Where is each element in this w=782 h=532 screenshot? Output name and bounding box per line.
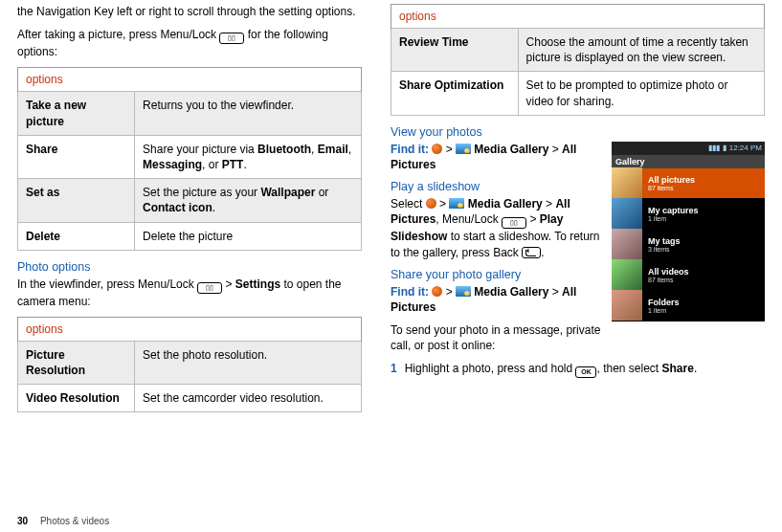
bold-term: Contact icon: [143, 201, 212, 214]
text-fragment: .: [212, 201, 215, 214]
bold-term: Media Gallery: [474, 285, 548, 299]
text-fragment: In the viewfinder, press Menu/Lock: [17, 277, 197, 291]
text-fragment: Set the picture as your: [143, 186, 260, 199]
menu-lock-key-icon: ▯▯: [219, 33, 244, 44]
option-desc: Delete the picture: [135, 222, 362, 250]
option-name: Review Time: [391, 29, 519, 72]
home-dot-icon: [432, 144, 442, 154]
gallery-row-all-videos[interactable]: All videos87 items: [612, 260, 765, 291]
text-fragment: >: [442, 285, 456, 299]
bold-term: Wallpaper: [260, 186, 315, 199]
option-desc: Set the picture as your Wallpaper or Con…: [135, 179, 362, 222]
find-it-label: Find it:: [391, 143, 432, 156]
option-desc: Choose the amount of time a recently tak…: [518, 29, 764, 72]
text-fragment: >: [436, 197, 450, 211]
thumbnail-icon: [612, 259, 642, 290]
option-desc: Set the photo resolution.: [135, 341, 362, 384]
menu-lock-key-icon: ▯▯: [197, 282, 222, 294]
status-time: 12:24 PM: [729, 144, 762, 152]
gallery-row-my-tags[interactable]: My tags3 items: [612, 230, 765, 260]
bold-term: Share: [662, 362, 694, 375]
gallery-row-my-captures[interactable]: My captures1 item: [612, 199, 765, 230]
intro-scroll-text: the Navigation Key left or right to scro…: [17, 4, 362, 19]
media-gallery-icon: [456, 286, 471, 297]
bold-term: Email: [318, 143, 348, 156]
phone-status-bar: ▮▮▮ ▮ 12:24 PM: [612, 142, 765, 155]
text-fragment: , Menu/Lock: [436, 212, 502, 226]
option-desc: Returns you to the viewfinder.: [135, 92, 362, 135]
camera-settings-table-cont: options Review Time Choose the amount of…: [391, 4, 765, 116]
gallery-row-folders[interactable]: Folders1 item: [612, 291, 765, 321]
text-fragment: , or: [202, 158, 222, 171]
row-subtitle: 87 items: [648, 277, 689, 283]
view-photos-heading: View your photos: [391, 125, 765, 139]
ok-key-icon: OK: [575, 366, 596, 378]
gallery-row-all-pictures[interactable]: All pictures87 items: [612, 168, 765, 199]
text-fragment: After taking a picture, press Menu/Lock: [17, 28, 219, 41]
row-title: All pictures: [648, 175, 695, 185]
table-caption: options: [391, 5, 765, 29]
thumbnail-icon: [612, 229, 642, 259]
after-picture-options-table: options Take a new picture Returns you t…: [17, 67, 362, 250]
option-name: Share: [18, 135, 135, 178]
bold-term: Media Gallery: [474, 143, 548, 156]
camera-settings-table: options Picture Resolution Set the photo…: [17, 317, 362, 413]
row-subtitle: 3 items: [648, 246, 681, 253]
thumbnail-icon: [612, 167, 642, 198]
bold-term: Messaging: [143, 158, 202, 171]
row-title: My captures: [648, 206, 699, 215]
bold-term: PTT: [222, 158, 244, 171]
bold-term: Media Gallery: [468, 197, 543, 211]
section-name: Photos & videos: [40, 516, 109, 526]
photo-options-intro: In the viewfinder, press Menu/Lock ▯▯ > …: [17, 277, 362, 309]
row-subtitle: 1 item: [648, 215, 699, 222]
thumbnail-icon: [612, 290, 642, 321]
option-name: Share Optimization: [391, 72, 519, 115]
phone-title-bar: Gallery: [612, 155, 765, 168]
text-fragment: >: [442, 143, 456, 156]
option-name: Video Resolution: [18, 385, 135, 412]
row-subtitle: 87 items: [648, 185, 695, 191]
bold-term: Settings: [235, 277, 280, 291]
battery-icon: ▮: [723, 144, 726, 152]
step-text: Highlight a photo, press and hold OK, th…: [405, 361, 765, 378]
step-number: 1: [391, 361, 397, 378]
text-fragment: .: [541, 246, 544, 259]
bold-term: Bluetooth: [257, 143, 311, 156]
media-gallery-icon: [456, 144, 471, 154]
gallery-screenshot: ▮▮▮ ▮ 12:24 PM Gallery All pictures87 it…: [612, 142, 765, 321]
option-desc: Set to be prompted to optimize photo or …: [518, 72, 764, 115]
step-1: 1 Highlight a photo, press and hold OK, …: [391, 361, 765, 378]
option-name: Delete: [18, 222, 135, 250]
page-number: 30: [17, 516, 28, 526]
text-fragment: .: [243, 158, 246, 171]
page-footer: 30 Photos & videos: [17, 516, 109, 526]
option-name: Set as: [18, 179, 135, 222]
row-title: All videos: [648, 267, 689, 277]
media-gallery-icon: [449, 198, 464, 209]
table-caption: options: [18, 68, 362, 92]
after-picture-text: After taking a picture, press Menu/Lock …: [17, 27, 362, 59]
photo-options-heading: Photo options: [17, 260, 362, 274]
row-title: Folders: [648, 298, 680, 307]
back-key-icon: [522, 247, 541, 258]
text-fragment: .: [694, 362, 697, 375]
text-fragment: , then select: [596, 362, 661, 375]
text-fragment: Share your picture via: [143, 143, 257, 156]
row-title: My tags: [648, 236, 681, 246]
home-dot-icon: [426, 198, 436, 209]
text-fragment: >: [543, 197, 556, 211]
option-desc: Set the camcorder video resolution.: [135, 385, 362, 412]
text-fragment: >: [526, 212, 540, 226]
option-name: Picture Resolution: [18, 341, 135, 384]
signal-icon: ▮▮▮: [708, 144, 720, 152]
row-subtitle: 1 item: [648, 307, 680, 314]
text-fragment: Highlight a photo, press and hold: [405, 362, 576, 375]
text-fragment: >: [548, 285, 562, 299]
home-dot-icon: [432, 286, 442, 297]
text-fragment: ,: [348, 143, 351, 156]
text-fragment: or: [315, 186, 328, 199]
thumbnail-icon: [612, 198, 642, 229]
option-name: Take a new picture: [18, 92, 135, 135]
table-caption: options: [18, 317, 362, 341]
